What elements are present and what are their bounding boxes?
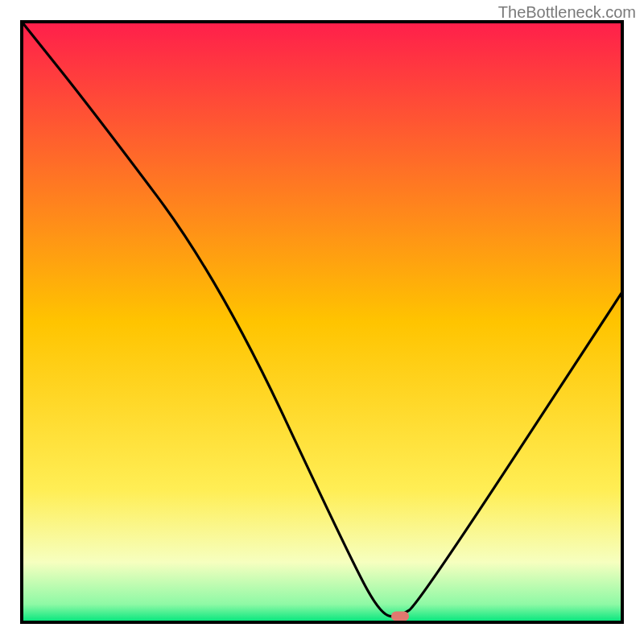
watermark-text: TheBottleneck.com: [498, 3, 636, 22]
bottleneck-chart: [0, 0, 644, 644]
plot-background: [22, 22, 622, 622]
chart-container: TheBottleneck.com: [0, 0, 644, 644]
optimal-marker: [391, 612, 409, 621]
